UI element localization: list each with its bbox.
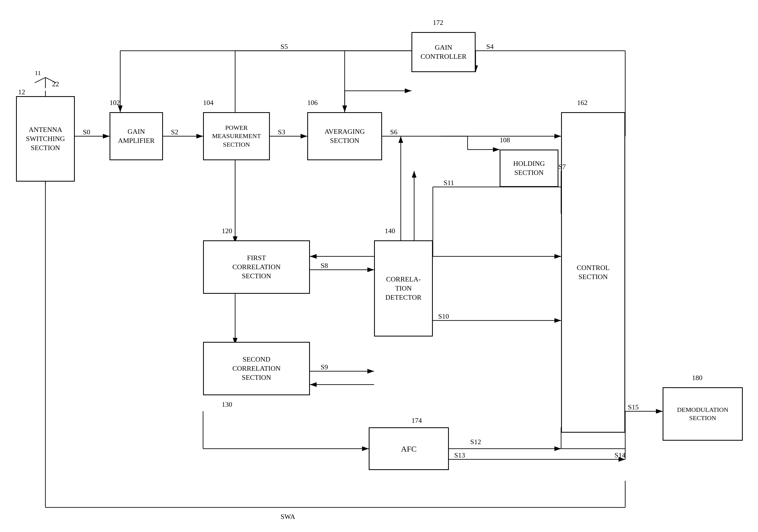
ref-104: 104 (203, 99, 214, 107)
demodulation-section: DEMODULATIONSECTION (663, 387, 743, 441)
ref-102: 102 (110, 99, 120, 107)
antenna-symbol-top: 11 (35, 69, 41, 77)
signal-S11: S11 (443, 179, 454, 187)
gain-controller: GAINCONTROLLER (411, 32, 476, 72)
ref-172: 172 (433, 19, 443, 27)
svg-line-4 (35, 78, 46, 83)
ref-174: 174 (411, 416, 422, 425)
ref-140: 140 (385, 227, 395, 235)
ref-130: 130 (222, 401, 232, 409)
signal-S2: S2 (171, 128, 178, 136)
ref-180: 180 (692, 374, 703, 382)
gain-amplifier: GAINAMPLIFIER (110, 112, 163, 160)
signal-S7: S7 (558, 163, 566, 171)
signal-S10: S10 (438, 313, 449, 320)
signal-S14: S14 (614, 451, 625, 459)
averaging-section: AVERAGINGSECTION (307, 112, 382, 160)
ref-22: 22 (52, 80, 59, 88)
signal-SWA: SWA (281, 513, 295, 521)
holding-section: HOLDINGSECTION (500, 150, 558, 187)
signal-S4: S4 (486, 43, 494, 51)
ref-106: 106 (307, 99, 318, 107)
afc: AFC (369, 427, 449, 470)
signal-S8: S8 (321, 262, 328, 270)
signal-S15: S15 (628, 403, 638, 411)
signal-S13: S13 (454, 451, 465, 459)
ref-12: 12 (18, 88, 25, 96)
second-correlation-section: SECONDCORRELATIONSECTION (203, 342, 310, 395)
signal-S0: S0 (83, 128, 90, 136)
correlation-detector: CORRELA-TIONDETECTOR (374, 240, 433, 337)
control-section: CONTROLSECTION (561, 112, 625, 433)
antenna-switching-section: ANTENNASWITCHINGSECTION (16, 96, 75, 182)
signal-S9: S9 (321, 363, 328, 371)
signal-S6: S6 (390, 128, 397, 136)
power-measurement-section: POWERMEASUREMENTSECTION (203, 112, 270, 160)
signal-S12: S12 (470, 438, 481, 446)
ref-120: 120 (222, 227, 232, 235)
first-correlation-section: FIRSTCORRELATIONSECTION (203, 240, 310, 294)
signal-S5: S5 (281, 43, 288, 51)
ref-108: 108 (500, 136, 510, 144)
signal-S3: S3 (278, 128, 285, 136)
ref-162: 162 (577, 99, 588, 107)
